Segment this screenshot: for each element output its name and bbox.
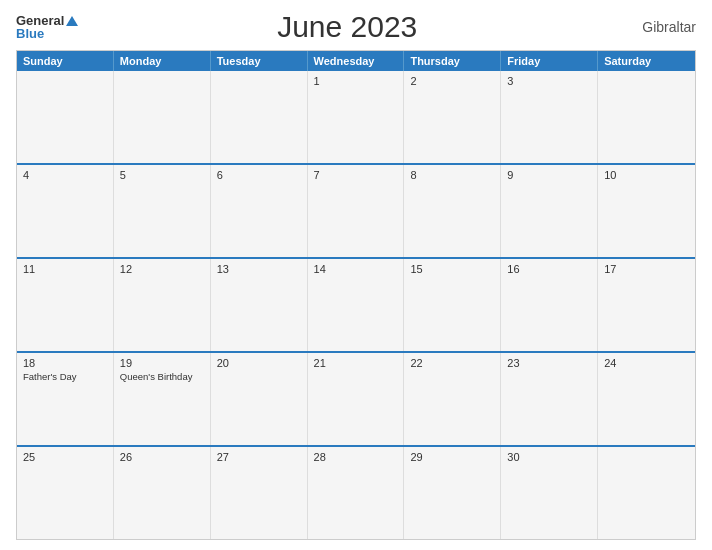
calendar-cell: [598, 71, 695, 163]
calendar-cell: 21: [308, 353, 405, 445]
holiday-label: Father's Day: [23, 371, 107, 382]
calendar-cell: 18Father's Day: [17, 353, 114, 445]
page: General Blue June 2023 Gibraltar SundayM…: [0, 0, 712, 550]
calendar-cell: [17, 71, 114, 163]
calendar-week-2: 11121314151617: [17, 257, 695, 351]
day-number: 7: [314, 169, 398, 181]
day-number: 30: [507, 451, 591, 463]
day-number: 18: [23, 357, 107, 369]
calendar-header: SundayMondayTuesdayWednesdayThursdayFrid…: [17, 51, 695, 71]
calendar-cell: 9: [501, 165, 598, 257]
day-number: 21: [314, 357, 398, 369]
day-number: 1: [314, 75, 398, 87]
day-number: 3: [507, 75, 591, 87]
day-number: 17: [604, 263, 689, 275]
day-header-sunday: Sunday: [17, 51, 114, 71]
day-number: 23: [507, 357, 591, 369]
calendar-week-1: 45678910: [17, 163, 695, 257]
day-number: 19: [120, 357, 204, 369]
day-number: 22: [410, 357, 494, 369]
calendar-cell: 6: [211, 165, 308, 257]
calendar-cell: 28: [308, 447, 405, 539]
day-number: 27: [217, 451, 301, 463]
calendar-week-4: 252627282930: [17, 445, 695, 539]
day-number: 2: [410, 75, 494, 87]
day-number: 11: [23, 263, 107, 275]
logo-blue-text: Blue: [16, 27, 44, 40]
calendar-cell: 24: [598, 353, 695, 445]
day-number: 25: [23, 451, 107, 463]
day-number: 20: [217, 357, 301, 369]
calendar-cell: 11: [17, 259, 114, 351]
calendar-cell: [211, 71, 308, 163]
day-number: 4: [23, 169, 107, 181]
day-header-friday: Friday: [501, 51, 598, 71]
calendar-cell: 3: [501, 71, 598, 163]
calendar-cell: 17: [598, 259, 695, 351]
region-label: Gibraltar: [616, 19, 696, 35]
calendar-cell: 27: [211, 447, 308, 539]
calendar-cell: 4: [17, 165, 114, 257]
day-header-monday: Monday: [114, 51, 211, 71]
calendar-cell: 26: [114, 447, 211, 539]
day-number: 9: [507, 169, 591, 181]
day-number: 12: [120, 263, 204, 275]
calendar-cell: 19Queen's Birthday: [114, 353, 211, 445]
day-number: 6: [217, 169, 301, 181]
calendar-cell: 15: [404, 259, 501, 351]
calendar-cell: 30: [501, 447, 598, 539]
header: General Blue June 2023 Gibraltar: [16, 10, 696, 44]
calendar-title: June 2023: [78, 10, 616, 44]
day-number: 29: [410, 451, 494, 463]
day-header-wednesday: Wednesday: [308, 51, 405, 71]
holiday-label: Queen's Birthday: [120, 371, 204, 382]
calendar-cell: 20: [211, 353, 308, 445]
calendar-week-3: 18Father's Day19Queen's Birthday20212223…: [17, 351, 695, 445]
day-number: 26: [120, 451, 204, 463]
calendar-cell: [598, 447, 695, 539]
calendar-week-0: 123: [17, 71, 695, 163]
calendar-cell: 23: [501, 353, 598, 445]
calendar-cell: 5: [114, 165, 211, 257]
calendar: SundayMondayTuesdayWednesdayThursdayFrid…: [16, 50, 696, 540]
logo: General Blue: [16, 14, 78, 40]
day-header-thursday: Thursday: [404, 51, 501, 71]
day-number: 16: [507, 263, 591, 275]
day-number: 28: [314, 451, 398, 463]
calendar-cell: 8: [404, 165, 501, 257]
logo-triangle-icon: [66, 16, 78, 26]
calendar-cell: 10: [598, 165, 695, 257]
calendar-cell: 7: [308, 165, 405, 257]
calendar-cell: 22: [404, 353, 501, 445]
calendar-cell: 29: [404, 447, 501, 539]
day-header-tuesday: Tuesday: [211, 51, 308, 71]
day-number: 14: [314, 263, 398, 275]
calendar-cell: 13: [211, 259, 308, 351]
calendar-cell: 1: [308, 71, 405, 163]
day-number: 15: [410, 263, 494, 275]
day-number: 10: [604, 169, 689, 181]
calendar-body: 123456789101112131415161718Father's Day1…: [17, 71, 695, 539]
day-number: 13: [217, 263, 301, 275]
day-number: 5: [120, 169, 204, 181]
calendar-cell: 16: [501, 259, 598, 351]
calendar-cell: 14: [308, 259, 405, 351]
calendar-cell: 2: [404, 71, 501, 163]
day-number: 24: [604, 357, 689, 369]
day-header-saturday: Saturday: [598, 51, 695, 71]
calendar-cell: [114, 71, 211, 163]
calendar-cell: 25: [17, 447, 114, 539]
calendar-cell: 12: [114, 259, 211, 351]
day-number: 8: [410, 169, 494, 181]
